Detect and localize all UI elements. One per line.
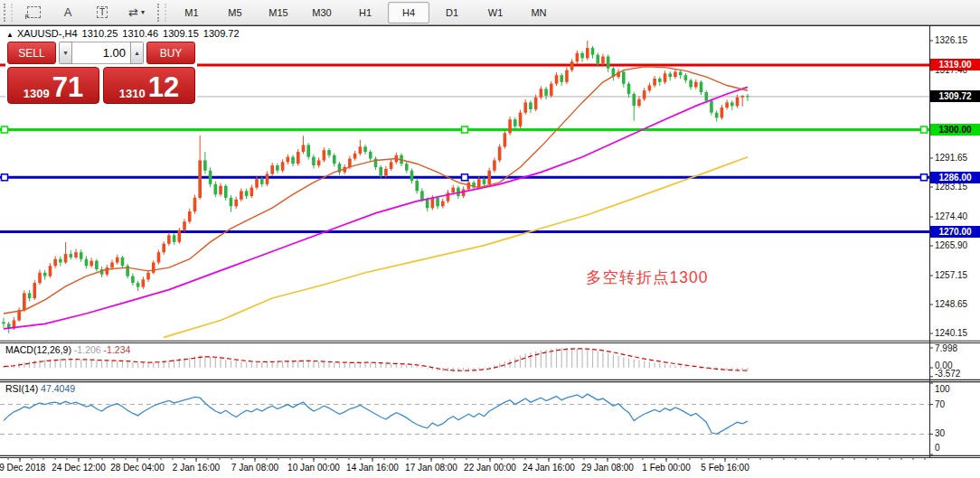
volume-decrease-button[interactable]: ▼ (59, 42, 72, 64)
chart-annotation-text: 多空转折点1300 (586, 267, 708, 288)
chart-header: ▲XAUUSD-,H41310.251310.461309.151309.72 (6, 28, 244, 39)
trend-up-icon: ▲ (6, 31, 14, 39)
one-click-trade-panel: SELL ▼ ▲ BUY 1309 71 1310 12 (5, 40, 197, 106)
rsi-axis-label: 0 (935, 443, 940, 453)
price-badge: 1286.00 (930, 172, 980, 183)
rsi-panel (0, 394, 929, 434)
price-badge: 1300.00 (930, 124, 980, 136)
price-axis-tick-label: 1248.65 (935, 299, 967, 309)
rsi-indicator-label: RSI(14) 47.4049 (5, 383, 75, 394)
sell-price-main: 1309 (24, 87, 50, 100)
price-axis-tick-label: 1274.40 (935, 211, 967, 221)
sell-button[interactable]: SELL (7, 42, 56, 64)
price-badge: 1270.00 (930, 226, 980, 238)
time-axis-label: 5 Feb 16:00 (687, 463, 763, 473)
close-value: 1309.72 (203, 28, 240, 39)
ma-slow-line (164, 157, 748, 338)
price-axis-tick-label: 1257.15 (935, 270, 967, 280)
buy-price-main: 1310 (119, 87, 146, 100)
macd-main-value: -1.206 (74, 344, 101, 355)
sell-price-pips: 71 (52, 74, 83, 100)
price-axis-tick-label: 1291.65 (935, 153, 967, 163)
macd-axis-label: -3.572 (935, 369, 960, 379)
buy-price-tile[interactable]: 1310 12 (103, 67, 195, 104)
sell-price-tile[interactable]: 1309 71 (7, 67, 99, 104)
volume-increase-button[interactable]: ▲ (130, 42, 144, 64)
symbol-period-label: XAUUSD-,H4 (17, 28, 78, 39)
price-axis-tick-label: 1265.90 (935, 240, 967, 250)
macd-signal-value: -1.234 (104, 344, 131, 355)
trading-terminal-window: F A T ⇄ ▾ M1M5M15M30H1H4D1W1MN ▲XAUUSD-,… (0, 0, 980, 478)
price-axis-tick-label: 1326.15 (935, 35, 967, 45)
low-value: 1309.15 (163, 28, 199, 39)
price-badge: 1319.00 (930, 59, 980, 70)
rsi-name: RSI(14) (5, 383, 38, 394)
selection-handles (2, 127, 928, 181)
volume-input[interactable] (72, 42, 130, 64)
buy-button[interactable]: BUY (146, 42, 195, 64)
open-value: 1310.25 (82, 28, 118, 39)
rsi-axis-label: 100 (935, 384, 950, 394)
rsi-axis-label: 70 (935, 399, 945, 409)
buy-price-pips: 12 (148, 74, 179, 100)
price-badge: 1309.72 (930, 90, 980, 102)
ma-mid-line (4, 87, 748, 329)
rsi-value: 47.4049 (41, 383, 75, 394)
price-axis-tick-label: 1240.15 (935, 328, 967, 338)
high-value: 1310.46 (122, 28, 158, 39)
macd-name: MACD(12,26,9) (5, 344, 71, 355)
rsi-axis-label: 30 (935, 428, 945, 438)
volume-stepper: ▼ ▲ (59, 42, 144, 64)
macd-indicator-label: MACD(12,26,9) -1.206 -1.234 (5, 344, 130, 355)
macd-axis-label: 7.998 (935, 343, 957, 353)
